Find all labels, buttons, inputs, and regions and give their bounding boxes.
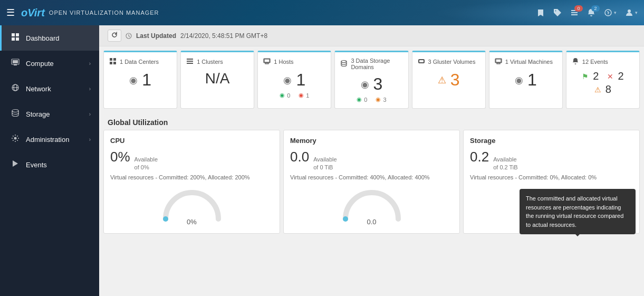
hosts-down-value: 1 [306,92,309,99]
sidebar: Dashboard Compute › Network › Storage › [0,25,99,296]
storage-warn-icon: ◉ [376,96,381,103]
cpu-util-card: CPU 0% Available of 0% Virtual resources… [103,130,280,234]
cpu-title: CPU [110,137,273,145]
svg-rect-22 [187,59,193,60]
memory-gauge-label: 0.0 [367,218,376,226]
hosts-icon [263,58,271,66]
svg-rect-11 [14,64,17,65]
vms-card[interactable]: 1 Virtual Machines ◉ 1 [489,51,563,109]
svg-rect-7 [12,37,15,41]
gluster-title: 3 Gluster Volumes [428,59,476,65]
sidebar-item-administration[interactable]: Administration › [0,127,99,152]
cpu-avail-sub: of 0% [134,164,158,171]
sidebar-item-events-label: Events [26,161,91,169]
clusters-title: 1 Clusters [197,59,223,65]
memory-sub-text: Virtual resources - Committed: 400%, All… [290,174,453,180]
notifications-badge: 2 [591,5,600,12]
clusters-icon [186,58,194,66]
events-card[interactable]: 12 Events ⚑ 2 ✕ 2 ⚠ 8 [566,51,640,109]
events-warn-icon: ⚠ [594,85,601,94]
sidebar-item-dashboard-label: Dashboard [26,34,91,42]
svg-point-4 [628,9,631,13]
data-storage-count: 3 [373,74,383,94]
storage-avail-label: Available [493,156,517,164]
storage-avail-sub: of 0.2 TiB [493,164,517,171]
dashboard-icon [10,33,21,43]
bookmark-button[interactable] [536,8,545,17]
events-flag-row: ⚑ 2 ✕ 2 [582,70,623,82]
memory-title: Memory [290,137,453,145]
gluster-card[interactable]: 3 Gluster Volumes ⚠ 3 [412,51,486,109]
svg-rect-1 [571,12,578,13]
vms-eye-icon: ◉ [515,74,523,86]
storage-up-count: ◉ 0 [357,96,367,103]
svg-rect-20 [110,62,112,64]
hamburger-menu-icon[interactable]: ☰ [6,7,15,18]
storage-up-value: 0 [364,97,367,103]
hosts-up-value: 0 [287,92,290,99]
data-centers-eye-icon: ◉ [129,74,138,86]
data-centers-count: 1 [142,70,151,90]
list-button[interactable]: 0 [570,8,579,17]
administration-arrow-icon: › [89,137,91,142]
hosts-title: 1 Hosts [274,59,293,65]
dashboard-cards-row: 1 Data Centers ◉ 1 1 Clusters N/A [99,46,644,113]
gluster-icon [418,58,425,66]
storage-util-title: Storage [470,137,633,145]
refresh-button[interactable] [108,30,121,42]
hosts-card[interactable]: 1 Hosts ◉ 1 ◉ 0 ◉ 1 [257,51,331,109]
data-storage-eye-icon: ◉ [361,79,369,90]
sidebar-item-events[interactable]: Events [0,152,99,177]
data-storage-card[interactable]: 3 Data Storage Domains ◉ 3 ◉ 0 ◉ 3 [334,51,408,109]
cpu-big-num: 0% [110,149,130,165]
clock-icon [126,33,132,39]
sidebar-item-compute-label: Compute [26,60,84,68]
data-storage-icon [340,60,348,68]
tooltip: The committed and allocated virtual reso… [520,189,636,234]
storage-arrow-icon: › [89,111,91,117]
sidebar-item-storage[interactable]: Storage › [0,101,99,127]
sidebar-item-network-label: Network [26,85,84,93]
notifications-button[interactable]: 2 [587,8,595,17]
memory-avail-label: Available [313,156,337,164]
storage-warn-count: ◉ 3 [376,96,386,103]
gluster-count: 3 [450,70,460,90]
memory-avail-sub: of 0 TiB [313,164,337,171]
storage-up-icon: ◉ [357,96,362,103]
svg-rect-10 [13,60,18,63]
svg-point-16 [14,137,17,140]
memory-util-card: Memory 0.0 Available of 0 TiB Virtual re… [283,130,460,234]
clusters-count: N/A [205,70,230,87]
header-icons: 0 2 ▾ ▾ [536,8,638,17]
tag-button[interactable] [553,8,562,17]
data-centers-card[interactable]: 1 Data Centers ◉ 1 [103,51,177,109]
sidebar-item-compute[interactable]: Compute › [0,51,99,76]
hosts-down-icon: ◉ [299,92,304,99]
sidebar-item-dashboard[interactable]: Dashboard [0,25,99,51]
data-centers-title: 1 Data Centers [120,59,159,65]
network-arrow-icon: › [89,86,91,92]
events-title: 12 Events [582,59,608,65]
help-button[interactable]: ▾ [604,8,617,17]
memory-big-num: 0.0 [290,149,309,165]
svg-rect-21 [113,62,116,64]
clusters-card[interactable]: 1 Clusters N/A [180,51,254,109]
hosts-up-count: ◉ 0 [280,92,290,99]
events-flag-icon: ⚑ [582,72,589,81]
cpu-gauge: 0% [110,185,273,227]
gluster-warn-icon: ⚠ [438,74,446,86]
app-title: OPEN VIRTUALIZATION MANAGER [49,9,159,16]
svg-rect-32 [496,59,501,62]
svg-rect-26 [264,59,270,62]
svg-rect-33 [497,63,500,64]
hosts-up-icon: ◉ [280,92,285,99]
user-button[interactable]: ▾ [625,8,638,17]
compute-icon [10,58,21,69]
cpu-gauge-label: 0% [187,218,197,226]
sidebar-item-storage-label: Storage [26,110,84,118]
tooltip-text: The committed and allocated virtual reso… [526,195,623,228]
sidebar-item-network[interactable]: Network › [0,76,99,101]
svg-point-15 [12,110,18,112]
storage-icon [10,109,21,119]
svg-rect-5 [12,33,15,36]
